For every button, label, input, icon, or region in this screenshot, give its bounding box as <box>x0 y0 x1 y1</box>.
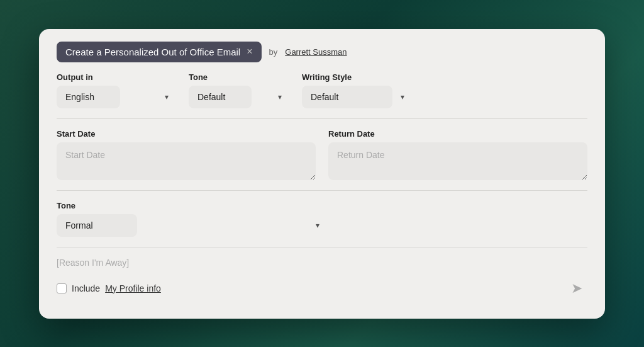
card-header: Create a Personalized Out of Office Emai… <box>39 29 605 72</box>
tone-bottom-label: Tone <box>57 201 587 210</box>
return-date-input[interactable] <box>328 142 587 180</box>
start-date-label: Start Date <box>57 129 316 139</box>
tone-bottom-wrapper: Formal Default Casual Friendly Professio… <box>57 214 327 237</box>
divider-2 <box>57 190 587 191</box>
writing-style-select[interactable]: Default Concise Detailed Conversational <box>302 86 392 108</box>
close-button[interactable]: × <box>247 47 252 57</box>
tone-top-group: Tone Default Formal Casual Friendly ▾ <box>189 72 289 108</box>
reason-away-placeholder: [Reason I'm Away] <box>57 258 587 268</box>
divider-3 <box>57 247 587 247</box>
writing-style-label: Writing Style <box>302 72 412 82</box>
top-selects-row: Output in English Spanish French German … <box>57 72 587 108</box>
tone-top-select[interactable]: Default Formal Casual Friendly <box>189 86 252 108</box>
output-in-chevron-icon: ▾ <box>165 93 169 101</box>
tone-bottom-group: Tone Formal Default Casual Friendly Prof… <box>57 201 587 237</box>
card-title: Create a Personalized Out of Office Emai… <box>65 47 240 57</box>
start-date-group: Start Date <box>57 129 316 180</box>
output-in-wrapper: English Spanish French German ▾ <box>57 86 176 108</box>
tone-bottom-chevron-icon: ▾ <box>316 221 319 230</box>
include-profile-label[interactable]: Include My Profile info <box>57 283 161 293</box>
output-in-group: Output in English Spanish French German … <box>57 72 176 108</box>
output-in-select[interactable]: English Spanish French German <box>57 86 120 108</box>
tone-top-label: Tone <box>189 72 289 82</box>
send-icon: ➤ <box>571 280 582 297</box>
return-date-label: Return Date <box>328 129 587 139</box>
profile-link[interactable]: My Profile info <box>105 283 161 293</box>
main-card: Create a Personalized Out of Office Emai… <box>39 29 605 319</box>
tone-bottom-select[interactable]: Formal Default Casual Friendly Professio… <box>57 214 137 237</box>
tone-top-wrapper: Default Formal Casual Friendly ▾ <box>189 86 289 108</box>
send-button[interactable]: ➤ <box>566 278 587 299</box>
title-pill: Create a Personalized Out of Office Emai… <box>57 42 262 62</box>
return-date-group: Return Date <box>328 129 587 180</box>
dates-row: Start Date Return Date <box>57 129 587 180</box>
footer-row: Include My Profile info ➤ <box>57 278 587 299</box>
include-text: Include <box>72 283 100 293</box>
divider-1 <box>57 118 587 119</box>
output-in-label: Output in <box>57 72 176 82</box>
writing-style-group: Writing Style Default Concise Detailed C… <box>302 72 412 108</box>
writing-style-chevron-icon: ▾ <box>401 93 404 101</box>
include-profile-checkbox[interactable] <box>57 283 67 293</box>
tone-top-chevron-icon: ▾ <box>278 93 282 101</box>
by-text: by <box>269 47 278 57</box>
card-body: Output in English Spanish French German … <box>39 72 605 314</box>
writing-style-wrapper: Default Concise Detailed Conversational … <box>302 86 412 108</box>
start-date-input[interactable] <box>57 142 316 180</box>
author-link[interactable]: Garrett Sussman <box>285 47 347 57</box>
